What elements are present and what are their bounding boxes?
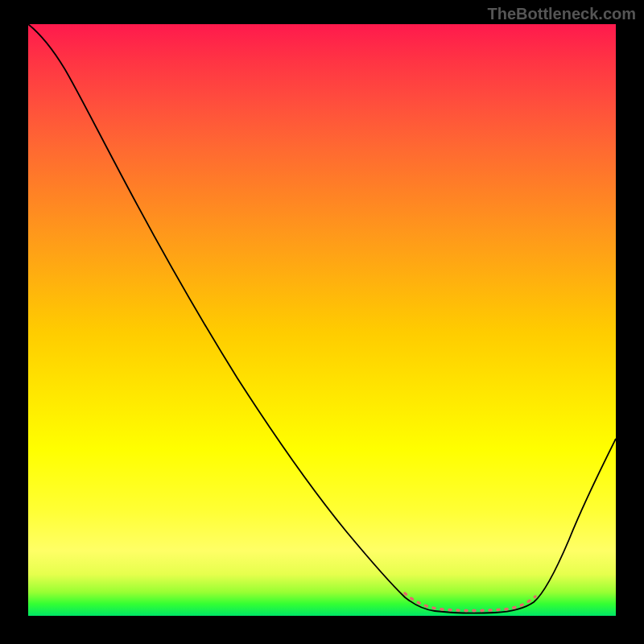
chart-svg xyxy=(28,24,616,616)
chart-plot-area xyxy=(28,24,616,616)
watermark-text: TheBottleneck.com xyxy=(488,5,636,23)
bottleneck-curve-line xyxy=(28,24,616,613)
